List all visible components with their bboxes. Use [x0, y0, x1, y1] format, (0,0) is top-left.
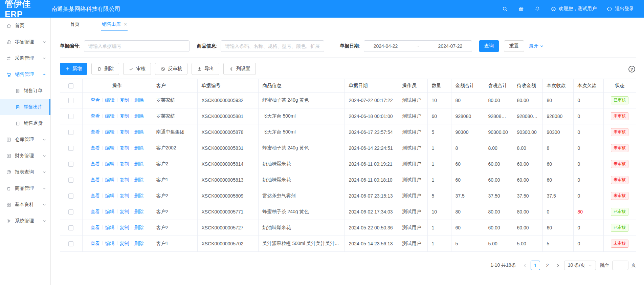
page-size-select[interactable]: 10 条/页	[564, 261, 596, 270]
column-settings-button[interactable]: 列设置	[223, 63, 256, 75]
row-checkbox[interactable]	[68, 146, 73, 151]
sidebar-item-sales-order[interactable]: 销售订单	[0, 83, 50, 99]
sidebar-item-warehouse[interactable]: 仓库管理	[0, 131, 50, 148]
help-icon[interactable]: ?	[628, 66, 635, 73]
tab-sales-outbound[interactable]: 销售出库 ×	[101, 18, 128, 31]
view-link[interactable]: 查看	[91, 129, 100, 135]
expand-link[interactable]: 展开	[529, 43, 544, 49]
delete-link[interactable]: 删除	[134, 177, 144, 182]
delete-link[interactable]: 删除	[134, 225, 144, 230]
row-checkbox[interactable]	[68, 114, 73, 119]
sidebar-item-home[interactable]: 首页	[0, 18, 50, 34]
export-button[interactable]: 导出	[192, 63, 219, 75]
delete-link[interactable]: 删除	[134, 241, 144, 246]
copy-link[interactable]: 复制	[120, 209, 129, 214]
copy-link[interactable]: 复制	[120, 97, 129, 103]
edit-link[interactable]: 编辑	[105, 129, 115, 135]
delete-link[interactable]: 删除	[134, 97, 144, 103]
row-checkbox[interactable]	[68, 241, 73, 246]
sidebar-item-sales[interactable]: 销售管理	[0, 66, 50, 83]
view-link[interactable]: 查看	[91, 225, 100, 230]
add-button[interactable]: 新增	[60, 63, 87, 75]
delete-link[interactable]: 删除	[134, 113, 144, 119]
sidebar-item-system[interactable]: 系统管理	[0, 213, 50, 229]
table-row: 查看编辑复制删除 客户2002 XSCK00000005831 蜂蜜柚子茶 24…	[60, 140, 636, 156]
sidebar-item-basic-data[interactable]: 基本资料	[0, 197, 50, 213]
receivable-cell: 60.00	[513, 156, 542, 172]
qty-cell: 5	[427, 124, 451, 140]
bill-date-label: 单据日期:	[340, 43, 360, 49]
row-checkbox[interactable]	[68, 130, 73, 135]
sidebar-item-reports[interactable]: 报表查询	[0, 164, 50, 180]
edit-link[interactable]: 编辑	[105, 225, 115, 230]
logout-button[interactable]: 退出登录	[607, 6, 634, 12]
view-link[interactable]: 查看	[91, 145, 100, 150]
sidebar-item-finance[interactable]: 财务管理	[0, 148, 50, 164]
date-from[interactable]: 2024-04-22	[374, 43, 398, 49]
gear-icon	[229, 66, 234, 72]
copy-link[interactable]: 复制	[120, 193, 129, 198]
unaudit-button[interactable]: 反审核	[155, 63, 187, 75]
row-checkbox[interactable]	[68, 194, 73, 199]
search-icon[interactable]	[502, 6, 508, 12]
bank-icon[interactable]	[518, 6, 524, 12]
date-range-picker[interactable]: 2024-04-22 ~ 2024-07-22	[364, 40, 472, 52]
edit-link[interactable]: 编辑	[105, 113, 115, 119]
bell-icon[interactable]	[534, 6, 540, 12]
row-checkbox[interactable]	[68, 225, 73, 230]
delete-link[interactable]: 删除	[134, 145, 144, 150]
edit-link[interactable]: 编辑	[105, 241, 115, 246]
sidebar-item-goods[interactable]: 商品管理	[0, 180, 50, 197]
search-button[interactable]: 查询	[479, 40, 499, 52]
row-checkbox[interactable]	[68, 209, 73, 215]
copy-link[interactable]: 复制	[120, 129, 129, 135]
delete-link[interactable]: 删除	[134, 129, 144, 135]
tab-home[interactable]: 首页	[69, 18, 80, 31]
sidebar-item-sales-return[interactable]: 销售退货	[0, 115, 50, 131]
delete-link[interactable]: 删除	[134, 161, 144, 166]
sidebar-item-purchase[interactable]: 采购管理	[0, 50, 50, 66]
copy-link[interactable]: 复制	[120, 161, 129, 166]
view-link[interactable]: 查看	[91, 113, 100, 119]
edit-link[interactable]: 编辑	[105, 209, 115, 214]
row-checkbox[interactable]	[68, 162, 73, 167]
delete-link[interactable]: 删除	[134, 193, 144, 198]
view-link[interactable]: 查看	[91, 97, 100, 103]
bill-no-input[interactable]	[84, 40, 190, 52]
date-to[interactable]: 2024-07-22	[438, 43, 463, 49]
copy-link[interactable]: 复制	[120, 241, 129, 246]
select-all-checkbox[interactable]	[68, 83, 73, 88]
edit-link[interactable]: 编辑	[105, 145, 115, 150]
date-cell: 2024-05-22 00:50:36	[345, 220, 398, 236]
edit-link[interactable]: 编辑	[105, 97, 115, 103]
welcome-user[interactable]: 欢迎您，测试用户	[551, 6, 597, 12]
edit-link[interactable]: 编辑	[105, 177, 115, 182]
sidebar-item-retail[interactable]: 零售管理	[0, 34, 50, 50]
view-link[interactable]: 查看	[91, 161, 100, 166]
copy-link[interactable]: 复制	[120, 177, 129, 182]
copy-link[interactable]: 复制	[120, 113, 129, 119]
next-page-button[interactable]	[555, 263, 561, 268]
page-1-button[interactable]: 1	[531, 261, 540, 270]
copy-link[interactable]: 复制	[120, 145, 129, 150]
reset-button[interactable]: 重置	[504, 40, 524, 52]
page-2-button[interactable]: 2	[543, 261, 552, 270]
tab-close-icon[interactable]: ×	[124, 22, 127, 27]
edit-link[interactable]: 编辑	[105, 161, 115, 166]
product-info-input[interactable]	[221, 40, 324, 52]
view-link[interactable]: 查看	[91, 177, 100, 182]
row-checkbox[interactable]	[68, 98, 73, 103]
delete-link[interactable]: 删除	[134, 209, 144, 214]
jump-page-input[interactable]	[612, 261, 628, 270]
view-link[interactable]: 查看	[91, 241, 100, 246]
row-checkbox[interactable]	[68, 178, 73, 183]
view-link[interactable]: 查看	[91, 209, 100, 214]
audit-button[interactable]: 审核	[123, 63, 151, 75]
copy-link[interactable]: 复制	[120, 225, 129, 230]
delete-button[interactable]: 删除	[91, 63, 119, 75]
status-badge: 已审核	[611, 96, 628, 104]
view-link[interactable]: 查看	[91, 193, 100, 198]
sidebar-item-sales-outbound[interactable]: 销售出库	[0, 99, 50, 115]
prev-page-button[interactable]	[521, 263, 528, 268]
edit-link[interactable]: 编辑	[105, 193, 115, 198]
